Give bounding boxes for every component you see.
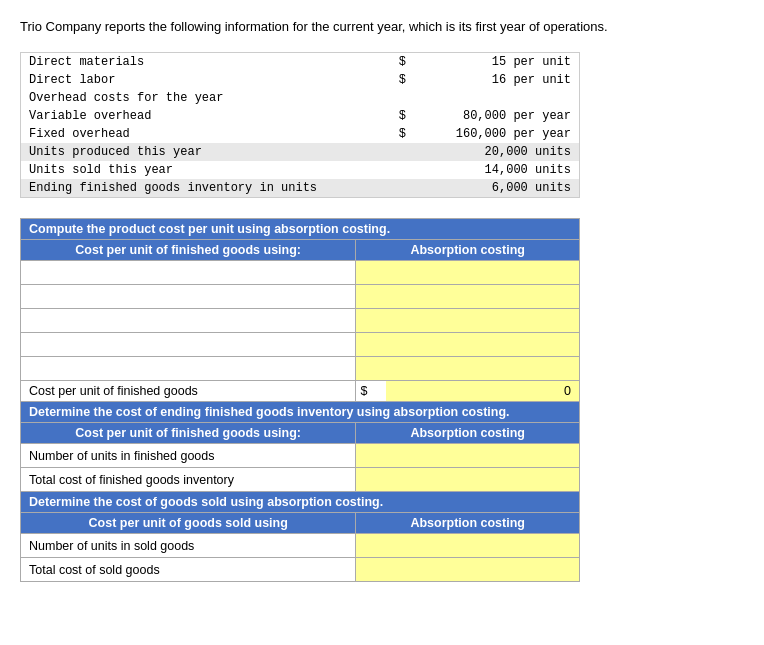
section1-title: Compute the product cost per unit using … (21, 219, 580, 240)
section2-title-row: Determine the cost of ending finished go… (21, 402, 580, 423)
info-value: 15 per unit (418, 53, 580, 72)
section2-label-1: Number of units in finished goods (21, 444, 356, 468)
section1-row-3 (21, 309, 580, 333)
section1-header-row: Cost per unit of finished goods using: A… (21, 240, 580, 261)
info-sym: $ (391, 107, 418, 125)
section1-total-cell: $ 0 (356, 381, 580, 402)
section3-label-1: Number of units in sold goods (21, 534, 356, 558)
info-label: Direct labor (21, 71, 391, 89)
section1-row-4 (21, 333, 580, 357)
info-value: 14,000 units (418, 161, 580, 179)
info-value: 16 per unit (418, 71, 580, 89)
section2-title: Determine the cost of ending finished go… (21, 402, 580, 423)
section1-label-5 (21, 357, 356, 381)
section2-label-2: Total cost of finished goods inventory (21, 468, 356, 492)
info-sym: $ (391, 71, 418, 89)
section1-label-3 (21, 309, 356, 333)
info-value: 80,000 per year (418, 107, 580, 125)
info-sym (391, 89, 418, 107)
section3-row-2: Total cost of sold goods (21, 558, 580, 582)
main-table: Compute the product cost per unit using … (20, 218, 580, 582)
info-label: Ending finished goods inventory in units (21, 179, 391, 198)
section3-header-row: Cost per unit of goods sold using Absorp… (21, 513, 580, 534)
info-label: Fixed overhead (21, 125, 391, 143)
section1-total-sym: $ (356, 381, 386, 401)
info-label: Variable overhead (21, 107, 391, 125)
info-value: 160,000 per year (418, 125, 580, 143)
info-sym: $ (391, 53, 418, 72)
section2-row-1: Number of units in finished goods (21, 444, 580, 468)
section1-total-value[interactable]: 0 (386, 381, 579, 401)
section2-header-row: Cost per unit of finished goods using: A… (21, 423, 580, 444)
section1-label-1 (21, 261, 356, 285)
section1-row-5 (21, 357, 580, 381)
section1-input-5[interactable] (356, 357, 580, 381)
section1-input-1[interactable] (356, 261, 580, 285)
section2-col2-header: Absorption costing (356, 423, 580, 444)
section1-title-row: Compute the product cost per unit using … (21, 219, 580, 240)
section1-total-label: Cost per unit of finished goods (21, 381, 356, 402)
section2-col1-header: Cost per unit of finished goods using: (21, 423, 356, 444)
info-table: Direct materials$15 per unitDirect labor… (20, 52, 580, 198)
info-sym: $ (391, 125, 418, 143)
info-value: 20,000 units (418, 143, 580, 161)
info-label: Units sold this year (21, 161, 391, 179)
section1-col2-header: Absorption costing (356, 240, 580, 261)
info-sym (391, 179, 418, 198)
intro-text: Trio Company reports the following infor… (20, 18, 744, 36)
section3-title: Determine the cost of goods sold using a… (21, 492, 580, 513)
section3-title-row: Determine the cost of goods sold using a… (21, 492, 580, 513)
section1-label-2 (21, 285, 356, 309)
section1-total-row: Cost per unit of finished goods $ 0 (21, 381, 580, 402)
section2-input-2[interactable] (356, 468, 580, 492)
section3-input-1[interactable] (356, 534, 580, 558)
section3-input-2[interactable] (356, 558, 580, 582)
info-label: Units produced this year (21, 143, 391, 161)
section1-input-3[interactable] (356, 309, 580, 333)
section1-row-2 (21, 285, 580, 309)
info-label: Direct materials (21, 53, 391, 72)
section3-row-1: Number of units in sold goods (21, 534, 580, 558)
section1-input-4[interactable] (356, 333, 580, 357)
info-sym (391, 161, 418, 179)
info-label: Overhead costs for the year (21, 89, 391, 107)
info-value: 6,000 units (418, 179, 580, 198)
section1-input-2[interactable] (356, 285, 580, 309)
section1-col1-header: Cost per unit of finished goods using: (21, 240, 356, 261)
info-value (418, 89, 580, 107)
section2-row-2: Total cost of finished goods inventory (21, 468, 580, 492)
section1-row-1 (21, 261, 580, 285)
section3-label-2: Total cost of sold goods (21, 558, 356, 582)
section3-col2-header: Absorption costing (356, 513, 580, 534)
section1-label-4 (21, 333, 356, 357)
section3-col1-header: Cost per unit of goods sold using (21, 513, 356, 534)
info-sym (391, 143, 418, 161)
section2-input-1[interactable] (356, 444, 580, 468)
